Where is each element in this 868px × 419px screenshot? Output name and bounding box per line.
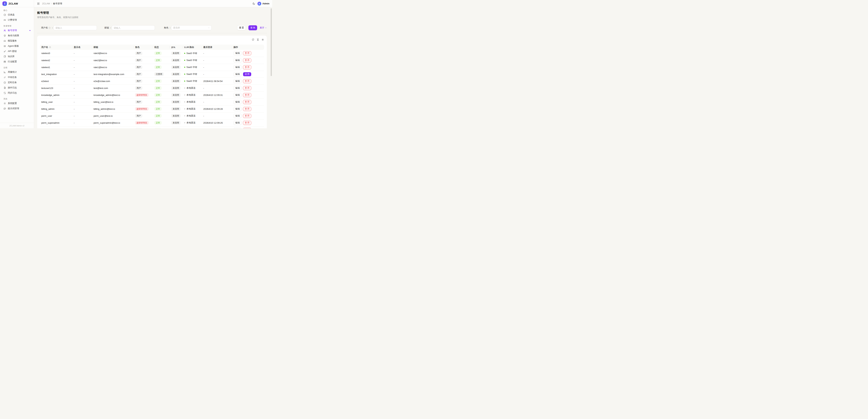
username-filter-input[interactable] [54, 25, 97, 30]
disable-button[interactable]: 禁用 [243, 79, 251, 83]
chevron-down-icon [265, 27, 267, 29]
cell-email: perm_superadmin@test.io [92, 119, 134, 126]
enable-button[interactable]: 启用 [243, 72, 251, 76]
role-tag: 用户 [135, 65, 142, 69]
row-actions: 编辑禁用 [234, 79, 262, 83]
sidebar-item-robot[interactable]: Agent 模板 [2, 43, 32, 49]
sidebar-item-doc[interactable]: 操作日志 [2, 85, 32, 90]
edit-button[interactable]: 编辑 [234, 121, 242, 125]
edit-button[interactable]: 编辑 [234, 65, 242, 69]
sync-icon [3, 92, 6, 94]
edit-button[interactable]: 编辑 [234, 72, 242, 76]
row-actions: 编辑禁用 [234, 114, 262, 118]
edit-button[interactable]: 编辑 [234, 114, 242, 118]
cell-role: 超级管理员 [134, 119, 153, 126]
edit-button[interactable]: 编辑 [234, 100, 242, 104]
column-header-label: 角色 [135, 46, 140, 49]
scrollbar-thumb[interactable] [271, 8, 272, 76]
sidebar-item-billing[interactable]: 计费管理 [2, 18, 32, 23]
search-button[interactable]: 查询 [248, 25, 257, 30]
edit-button[interactable]: 编辑 [234, 79, 242, 83]
llm-route: 本地直连 [184, 114, 195, 117]
gear-icon [3, 102, 6, 105]
row-actions: 编辑启用 [234, 72, 262, 76]
cell-last-login: - [202, 50, 232, 57]
filter-label-text: 角色 [164, 26, 168, 29]
edit-button[interactable]: 编辑 [234, 107, 242, 111]
cell-email: knowledge_admin@test.io [92, 91, 134, 98]
sidebar-item-label: 中转任务 [8, 76, 17, 79]
sidebar-item-clock[interactable]: 定时任务 [2, 80, 32, 85]
disable-button[interactable]: 禁用 [243, 100, 251, 104]
cell-email: billing_user@test.io [92, 98, 134, 106]
role-filter-select[interactable]: 请选择 [171, 25, 212, 30]
expand-link[interactable]: 展开 [260, 26, 267, 29]
twofa-badge: 未启用 [171, 86, 181, 90]
edit-button[interactable]: 编辑 [234, 86, 242, 90]
cell-llm-route: SaaS 中转 [183, 57, 202, 64]
help-info-icon[interactable] [49, 27, 51, 29]
disable-button[interactable]: 禁用 [243, 128, 251, 128]
status-badge: 正常 [154, 121, 162, 124]
edit-button[interactable]: 编辑 [234, 58, 242, 62]
sidebar-item-key[interactable]: API 密钥 [2, 49, 32, 54]
sidebar-item-label: 同步日志 [8, 91, 17, 94]
reset-button[interactable]: 重置 [237, 25, 246, 30]
route-status-dot [184, 73, 185, 75]
route-label: SaaS 中转 [186, 80, 197, 83]
disable-button[interactable]: 禁用 [243, 121, 251, 125]
sidebar-item-sync[interactable]: 同步日志 [2, 90, 32, 95]
disable-button[interactable]: 禁用 [243, 51, 251, 55]
edit-button[interactable]: 编辑 [234, 93, 242, 97]
status-badge: 正常 [154, 100, 162, 104]
sidebar-section-label: 资源管理 [3, 24, 30, 28]
sidebar-item-prompt[interactable]: 提示词管理 [2, 106, 32, 111]
llm-route: SaaS 中转 [184, 66, 197, 69]
cell-email: test@test.com [92, 85, 134, 91]
info-icon[interactable] [49, 46, 51, 48]
cell-last-login: 2026/4/10 12:09:31 [202, 91, 232, 98]
sidebar-item-knowledge[interactable]: 知识库 [2, 54, 32, 59]
email-filter-input[interactable] [112, 25, 155, 30]
sidebar-item-shield[interactable]: 角色与权限 [2, 33, 32, 38]
disable-button[interactable]: 禁用 [243, 93, 251, 97]
chart-icon [3, 71, 6, 73]
cell-display-name: - [72, 64, 92, 71]
cell-llm-route: 本地直连 [183, 106, 202, 112]
cell-status: 正常 [153, 106, 170, 112]
cell-display-name: - [72, 106, 92, 112]
column-settings-gear-icon[interactable] [261, 38, 264, 41]
user-menu[interactable]: A Admin [257, 2, 270, 5]
cell-username: knowledge_admin [40, 91, 72, 98]
edit-button[interactable]: 编辑 [234, 51, 242, 55]
cell-2fa: 未启用 [170, 106, 183, 112]
sidebar-item-gear[interactable]: 系统配置 [2, 101, 32, 106]
cell-email: rate2@test.io [92, 57, 134, 64]
disable-button[interactable]: 禁用 [243, 107, 251, 111]
row-actions: 编辑禁用 [234, 128, 262, 128]
disable-button[interactable]: 禁用 [243, 86, 251, 90]
disable-button[interactable]: 禁用 [243, 65, 251, 69]
row-density-icon[interactable] [256, 38, 259, 41]
sidebar-collapse-icon[interactable] [37, 2, 40, 5]
refresh-icon[interactable] [252, 38, 254, 41]
sidebar-item-users[interactable]: 账号管理 [2, 28, 32, 33]
disable-button[interactable]: 禁用 [243, 58, 251, 62]
filter-bar: 用户名：邮箱：角色：请选择重置查询展开 [37, 25, 267, 33]
breadcrumb-root[interactable]: ZCLAW [42, 2, 50, 5]
cell-llm-route: SaaS 中转 [183, 64, 202, 71]
dark-mode-toggle-moon-icon[interactable] [252, 2, 255, 5]
sidebar-item-swap[interactable]: 中转任务 [2, 75, 32, 80]
sidebar-item-storefront[interactable]: 行业配置 [2, 59, 32, 64]
cell-role: 用户 [134, 98, 153, 106]
sidebar-item-chart[interactable]: 用量统计 [2, 69, 32, 75]
edit-button[interactable]: 编辑 [234, 128, 242, 128]
column-header-label: 邮箱 [94, 46, 98, 49]
route-label: 本地直连 [186, 128, 195, 128]
cell-last-login: - [202, 71, 232, 78]
cell-role: 用户 [134, 112, 153, 119]
sidebar-item-cloud[interactable]: 模型服务 [2, 38, 32, 43]
disable-button[interactable]: 禁用 [243, 114, 251, 118]
sidebar-section-label: 核心 [3, 8, 30, 12]
sidebar-item-dashboard[interactable]: 仪表盘 [2, 12, 32, 18]
